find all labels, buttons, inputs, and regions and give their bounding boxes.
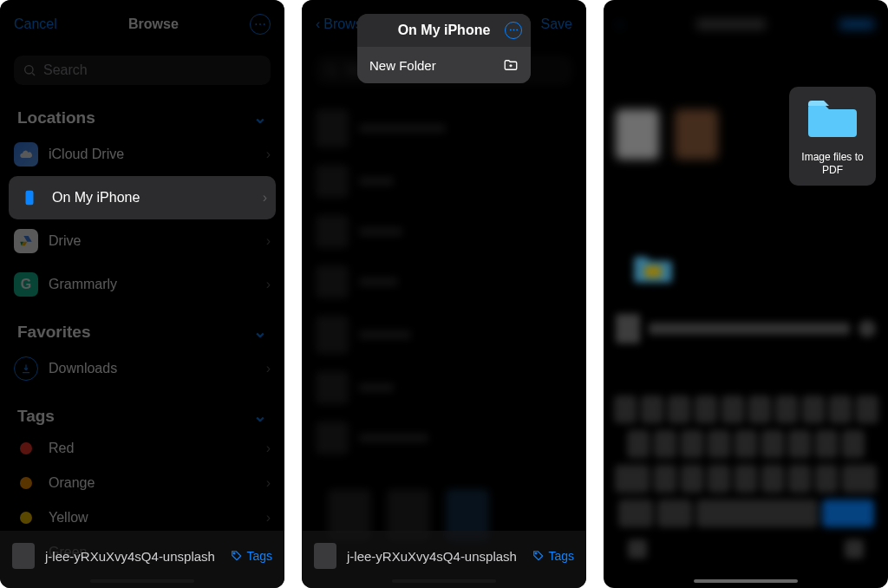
tag-icon xyxy=(231,550,243,562)
location-on-my-iphone[interactable]: On My iPhone › xyxy=(9,176,276,219)
chevron-right-icon: › xyxy=(266,361,271,376)
chevron-right-icon: › xyxy=(266,441,271,456)
tag-dot-icon xyxy=(20,512,32,524)
svg-point-4 xyxy=(327,66,335,74)
bottom-bar: j-lee-yRXuXvy4sQ4-unsplash Tags xyxy=(302,531,586,588)
chevron-right-icon: › xyxy=(263,190,267,206)
chevron-down-icon: ⌄ xyxy=(253,406,267,426)
new-folder-item[interactable]: Image files to PDF xyxy=(789,87,876,186)
google-drive-icon xyxy=(14,229,38,253)
folder-icon xyxy=(631,252,675,286)
chevron-right-icon: › xyxy=(266,233,271,249)
search-icon xyxy=(23,63,36,77)
chevron-down-icon: ⌄ xyxy=(253,108,267,127)
downloads-icon xyxy=(14,356,38,381)
tag-orange[interactable]: Orange › xyxy=(0,466,284,500)
tag-red[interactable]: Red › xyxy=(0,431,284,466)
svg-point-3 xyxy=(234,552,236,554)
row-label: Red xyxy=(49,441,256,456)
search-icon xyxy=(324,63,338,77)
phone-screen-folder-created: ‹ Image files to PDF xyxy=(604,0,888,588)
location-drive[interactable]: Drive › xyxy=(0,219,284,263)
svg-point-0 xyxy=(25,66,33,74)
tag-yellow[interactable]: Yellow › xyxy=(0,500,284,535)
new-folder-button[interactable]: New Folder xyxy=(357,47,531,83)
row-label: Drive xyxy=(49,233,256,249)
new-folder-label: New Folder xyxy=(369,58,436,73)
popup-header: On My iPhone ⋯ xyxy=(357,14,531,47)
file-thumbnail xyxy=(616,314,640,343)
row-label: Orange xyxy=(49,475,256,491)
tags-header[interactable]: Tags ⌄ xyxy=(0,390,284,431)
svg-rect-2 xyxy=(26,192,33,205)
svg-line-5 xyxy=(334,73,336,75)
tags-button-label: Tags xyxy=(246,549,272,563)
chevron-right-icon: › xyxy=(266,510,271,526)
bottom-bar: j-lee-yRXuXvy4sQ4-unsplash Tags xyxy=(0,531,284,588)
svg-line-1 xyxy=(32,73,35,75)
svg-point-6 xyxy=(536,552,538,554)
search-placeholder: Search xyxy=(43,62,88,78)
favorite-downloads[interactable]: Downloads › xyxy=(0,347,284,390)
file-thumbnail xyxy=(12,543,35,569)
svg-rect-7 xyxy=(645,266,662,278)
tags-button-label: Tags xyxy=(548,549,574,563)
keyboard xyxy=(604,383,888,571)
action-popup: On My iPhone ⋯ New Folder xyxy=(357,14,531,83)
chevron-left-icon: ‹ xyxy=(316,16,320,32)
popup-title: On My iPhone xyxy=(398,23,491,38)
home-indicator xyxy=(694,579,798,583)
folder-icon xyxy=(805,99,860,140)
text-input xyxy=(649,323,850,335)
more-options-icon[interactable]: ⋯ xyxy=(505,22,522,39)
chevron-down-icon: ⌄ xyxy=(253,322,267,342)
chevron-right-icon: › xyxy=(266,277,271,292)
favorites-header[interactable]: Favorites ⌄ xyxy=(0,306,284,347)
tags-title: Tags xyxy=(17,407,55,426)
header: Cancel Browse ⋯ xyxy=(0,0,284,49)
filename-label: j-lee-yRXuXvy4sQ4-unsplash xyxy=(347,549,522,564)
favorites-title: Favorites xyxy=(17,323,90,342)
save-button[interactable]: Save xyxy=(541,16,572,32)
chevron-right-icon: › xyxy=(266,147,271,162)
phone-screen-browse: Cancel Browse ⋯ Search Locations ⌄ iClou… xyxy=(0,0,284,588)
cancel-button[interactable]: Cancel xyxy=(14,16,57,32)
tag-icon xyxy=(532,550,545,562)
rename-input-row xyxy=(616,314,876,343)
tags-button[interactable]: Tags xyxy=(532,549,574,563)
row-label: Downloads xyxy=(49,361,256,376)
filename-label: j-lee-yRXuXvy4sQ4-unsplash xyxy=(45,549,220,564)
tags-button[interactable]: Tags xyxy=(231,549,272,563)
grammarly-icon: G xyxy=(14,272,38,297)
phone-screen-new-folder: ‹ Browse Save On My iPhone ⋯ New Folder … xyxy=(302,0,586,588)
chevron-right-icon: › xyxy=(266,475,271,491)
header-title: Browse xyxy=(128,16,179,32)
locations-header[interactable]: Locations ⌄ xyxy=(0,92,284,133)
location-grammarly[interactable]: G Grammarly › xyxy=(0,263,284,306)
locations-title: Locations xyxy=(17,108,95,127)
tag-dot-icon xyxy=(20,442,32,454)
blurred-background: Search xyxy=(302,56,586,559)
new-folder-icon xyxy=(503,57,519,73)
row-label: On My iPhone xyxy=(52,190,252,206)
file-thumbnail xyxy=(314,543,336,569)
icloud-icon xyxy=(14,142,38,167)
location-icloud-drive[interactable]: iCloud Drive › xyxy=(0,133,284,176)
iphone-icon xyxy=(17,186,42,210)
row-label: Yellow xyxy=(49,510,256,526)
folder-name-label: Image files to PDF xyxy=(796,151,869,177)
row-label: Grammarly xyxy=(49,277,256,292)
more-options-icon[interactable]: ⋯ xyxy=(250,14,271,35)
tag-dot-icon xyxy=(20,477,32,489)
search-input[interactable]: Search xyxy=(14,56,271,85)
row-label: iCloud Drive xyxy=(49,147,256,162)
